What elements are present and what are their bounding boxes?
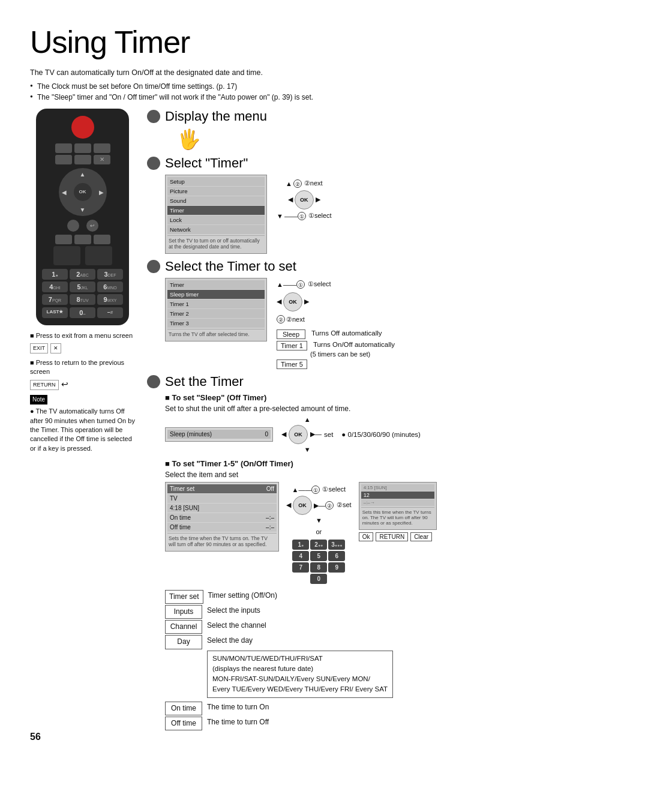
remote-btn[interactable] [55,235,72,244]
remote-tall-btn-left[interactable] [53,246,80,265]
table-val-channel: Select the channel [207,620,266,631]
remote-btn[interactable] [74,143,91,153]
sleep-timer-sub-title: ■ To set "Sleep" (Off Timer) [165,393,618,402]
ok-button-sleep[interactable]: OK [289,425,308,444]
timer-to-set-screen: Timer Sleep timer Timer 1 Timer 2 Timer … [165,278,267,341]
remote-num-7[interactable]: 7PQR [42,294,68,305]
snp-6[interactable]: 6 [328,551,345,561]
table-row-on-time: On time The time to turn On [165,702,618,715]
note-body-text: ● The TV automatically turns Off after 9… [30,407,135,453]
screen-row-3: Sound [167,196,265,205]
snp-8[interactable]: 8 [310,562,327,573]
remote-num-2[interactable]: 2ABC [70,269,95,280]
table-key-day: Day [165,635,202,649]
table-key-inputs: Inputs [165,605,202,619]
sleep-ok-row: ◀ OK ▶— set [281,425,333,444]
t15-select-text: ①select [322,486,346,493]
ts-select-text: ①select [308,280,331,288]
snp-2[interactable]: 2●● [310,540,327,550]
display-menu-title: Display the menu [165,109,267,124]
remote-hash-btn[interactable]: –# [97,307,123,318]
remote-num-5[interactable]: 5JKL [70,281,95,292]
ok-button-t15[interactable]: OK [293,496,312,515]
note-box: Note ● The TV automatically turns Off af… [30,395,135,453]
remote-circle-btn[interactable] [67,220,79,232]
return-note: ■ Press to return to the previous screen… [30,358,135,390]
timer1-note: (5 timers can be set) [310,350,395,358]
step-display-menu: Display the menu 🖐 [147,109,618,151]
t15-ok-row: ◀ OK ▶—② ②set [286,496,352,515]
ts-row-0: Timer [167,280,265,289]
remote-btn-x[interactable]: ✕ [94,155,110,164]
snp-4[interactable]: 4 [292,551,309,561]
ts-screen-note: Sets the time when the TV turns on. The … [167,533,277,549]
snp-9[interactable]: 9 [328,562,345,573]
small-numpad: 1● 2●● 3●●● 4 5 6 7 8 9 0 [292,540,345,584]
snp-7[interactable]: 7 [292,562,309,573]
remote-power-button[interactable] [71,116,94,139]
screen-row-2: Picture [167,187,265,196]
ts-next-label: ②②next [277,315,395,323]
bullet-1: The Clock must be set before On time/Off… [30,81,618,92]
remote-btn[interactable] [55,143,72,153]
day-note-box: SUN/MON/TUE/WED/THU/FRI/SAT (displays th… [207,651,393,698]
screen-description: Set the TV to turn on or off automatical… [167,235,265,251]
remote-num-3[interactable]: 3DEF [97,269,123,280]
t15-clear-lbl[interactable]: Clear [410,532,432,541]
ok-button-3[interactable]: OK [283,292,302,311]
step-select-timer-content: Select "Timer" Setup Picture Sound Timer… [165,155,618,254]
t15r-channel: 12 [364,492,370,498]
remote-num-6[interactable]: 6MNO [97,281,123,292]
return-icon: ↩ [61,379,68,391]
sleep-nav: ▲ ◀ OK ▶— set ▼ [281,416,333,453]
table-row-channel: Channel Select the channel [165,620,618,634]
sleep-screen-row: Sleep (minutes) 0 [167,430,271,439]
snp-5[interactable]: 5 [310,551,327,561]
table-val-off-time: The time to turn Off [207,717,269,728]
table-key-timer-set: Timer set [165,590,203,604]
snp-1[interactable]: 1● [292,540,309,550]
left-arrow: ◀ [288,196,293,203]
down-arrow: ▼ [277,212,283,220]
bullet-2: The "Sleep" timer and "On / Off timer" w… [30,92,618,103]
return-label: RETURN [30,380,59,390]
step-set-timer-content: Set the Timer ■ To set "Sleep" (Off Time… [165,374,618,732]
ts-tv-row: TV [167,494,277,503]
t15-return-lbl[interactable]: RETURN [376,532,408,541]
remote-num-0[interactable]: 0– [70,307,95,318]
remote-last-btn[interactable]: LAST★ [42,307,68,318]
t15r-row2: 12 [361,492,434,499]
ok-button-2[interactable]: OK [295,190,314,209]
remote-ok-center[interactable]: OK [74,183,92,201]
timer1-desc: Turns On/Off automatically [313,341,395,348]
select-text: ①select [308,212,332,220]
t15r-row3: –:–→ [361,499,434,506]
remote-btn[interactable] [94,235,110,244]
table-row-timer-set: Timer set Timer setting (Off/On) [165,590,618,604]
remote-tall-btn-right[interactable] [85,246,112,265]
t15-ok-lbl[interactable]: Ok [359,532,374,541]
t15-select: ▲——① ①select [292,486,346,494]
remote-btn[interactable] [74,235,91,244]
remote-num-9[interactable]: 9WXY [97,294,123,305]
sleep-item: Sleep Turns Off automatically [277,329,395,339]
remote-num-4[interactable]: 4GHI [42,281,68,292]
page-title: Using Timer [30,24,618,60]
step-circle-1 [147,110,160,123]
snp-0[interactable]: 0 [310,574,327,584]
remote-btn[interactable] [94,143,110,153]
exit-note: ■ Press to exit from a menu screen EXIT … [30,331,135,353]
table-val-inputs: Select the inputs [207,605,260,616]
snp-3[interactable]: 3●●● [328,540,345,550]
remote-btn[interactable] [55,155,72,164]
screen-row-1: Setup [167,177,265,186]
timer-to-set-layout: Timer Sleep timer Timer 1 Timer 2 Timer … [165,278,618,369]
remote-nav-circle[interactable]: ▲ ▼ ◀ ▶ OK [59,168,107,216]
remote-return-btn[interactable]: ↩ [86,220,98,232]
t15-set-text: ②set [337,501,352,509]
step-display-menu-content: Display the menu 🖐 [165,109,267,151]
remote-btn[interactable] [74,155,91,164]
t15-bottom-btns: Ok RETURN Clear [359,532,437,541]
remote-num-8[interactable]: 8TUV [70,294,95,305]
remote-num-1[interactable]: 1● [42,269,68,280]
